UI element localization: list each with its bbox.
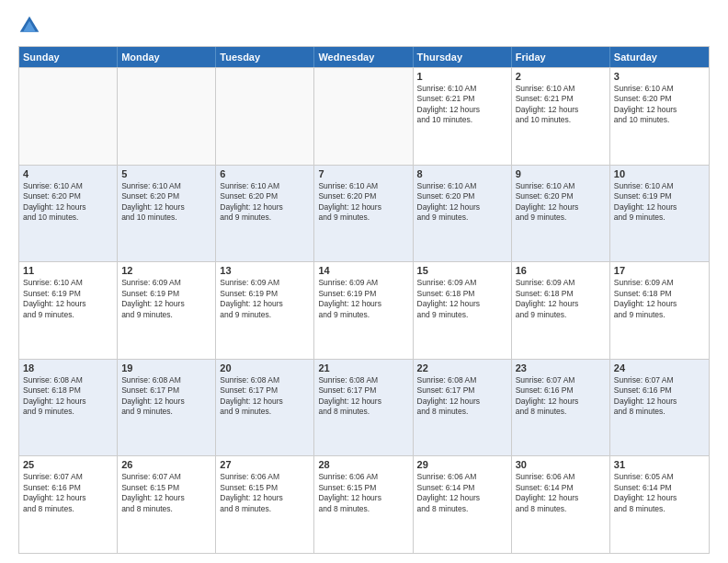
calendar-cell: 25Sunrise: 6:07 AM Sunset: 6:16 PM Dayli… bbox=[19, 456, 118, 553]
day-number: 7 bbox=[318, 168, 408, 179]
day-number: 13 bbox=[220, 265, 310, 276]
calendar-cell: 13Sunrise: 6:09 AM Sunset: 6:19 PM Dayli… bbox=[216, 262, 314, 359]
day-number: 8 bbox=[417, 168, 507, 179]
day-number: 4 bbox=[23, 168, 113, 179]
calendar-cell: 18Sunrise: 6:08 AM Sunset: 6:18 PM Dayli… bbox=[19, 360, 118, 456]
day-info: Sunrise: 6:08 AM Sunset: 6:17 PM Dayligh… bbox=[417, 375, 507, 418]
calendar: SundayMondayTuesdayWednesdayThursdayFrid… bbox=[18, 46, 710, 554]
day-number: 1 bbox=[417, 71, 507, 82]
day-info: Sunrise: 6:10 AM Sunset: 6:20 PM Dayligh… bbox=[23, 181, 113, 224]
day-number: 18 bbox=[23, 362, 113, 373]
day-number: 15 bbox=[417, 265, 507, 276]
calendar-cell: 17Sunrise: 6:09 AM Sunset: 6:18 PM Dayli… bbox=[610, 262, 709, 359]
day-info: Sunrise: 6:10 AM Sunset: 6:20 PM Dayligh… bbox=[220, 181, 310, 224]
day-info: Sunrise: 6:05 AM Sunset: 6:14 PM Dayligh… bbox=[614, 472, 705, 514]
day-info: Sunrise: 6:10 AM Sunset: 6:20 PM Dayligh… bbox=[417, 181, 507, 224]
calendar-cell: 12Sunrise: 6:09 AM Sunset: 6:19 PM Dayli… bbox=[118, 262, 216, 359]
day-info: Sunrise: 6:10 AM Sunset: 6:19 PM Dayligh… bbox=[614, 181, 705, 224]
calendar-cell: 11Sunrise: 6:10 AM Sunset: 6:19 PM Dayli… bbox=[19, 262, 118, 359]
logo bbox=[18, 15, 44, 37]
day-number: 10 bbox=[614, 168, 705, 179]
calendar-cell: 8Sunrise: 6:10 AM Sunset: 6:20 PM Daylig… bbox=[414, 166, 512, 262]
day-number: 29 bbox=[417, 459, 507, 470]
header bbox=[18, 15, 710, 37]
calendar-header-cell: Friday bbox=[512, 47, 610, 67]
calendar-cell: 10Sunrise: 6:10 AM Sunset: 6:19 PM Dayli… bbox=[610, 166, 709, 262]
day-info: Sunrise: 6:07 AM Sunset: 6:15 PM Dayligh… bbox=[121, 472, 211, 514]
day-number: 9 bbox=[516, 168, 606, 179]
day-number: 2 bbox=[516, 71, 606, 82]
page: SundayMondayTuesdayWednesdayThursdayFrid… bbox=[0, 0, 728, 563]
day-info: Sunrise: 6:07 AM Sunset: 6:16 PM Dayligh… bbox=[516, 375, 606, 418]
day-info: Sunrise: 6:08 AM Sunset: 6:17 PM Dayligh… bbox=[318, 375, 408, 418]
calendar-cell: 21Sunrise: 6:08 AM Sunset: 6:17 PM Dayli… bbox=[314, 360, 413, 456]
calendar-header-cell: Thursday bbox=[414, 47, 512, 67]
calendar-cell bbox=[216, 68, 314, 165]
calendar-cell: 23Sunrise: 6:07 AM Sunset: 6:16 PM Dayli… bbox=[512, 360, 610, 456]
day-info: Sunrise: 6:06 AM Sunset: 6:14 PM Dayligh… bbox=[417, 472, 507, 514]
calendar-cell: 15Sunrise: 6:09 AM Sunset: 6:18 PM Dayli… bbox=[414, 262, 512, 359]
day-info: Sunrise: 6:10 AM Sunset: 6:19 PM Dayligh… bbox=[23, 278, 113, 320]
day-number: 11 bbox=[23, 265, 113, 276]
calendar-cell: 19Sunrise: 6:08 AM Sunset: 6:17 PM Dayli… bbox=[118, 360, 216, 456]
calendar-cell bbox=[19, 68, 118, 165]
day-info: Sunrise: 6:09 AM Sunset: 6:18 PM Dayligh… bbox=[516, 278, 606, 320]
calendar-header-cell: Wednesday bbox=[314, 47, 413, 67]
day-info: Sunrise: 6:06 AM Sunset: 6:15 PM Dayligh… bbox=[220, 472, 310, 514]
day-number: 24 bbox=[614, 362, 705, 373]
calendar-cell: 7Sunrise: 6:10 AM Sunset: 6:20 PM Daylig… bbox=[314, 166, 413, 262]
calendar-cell: 6Sunrise: 6:10 AM Sunset: 6:20 PM Daylig… bbox=[216, 166, 314, 262]
calendar-cell: 20Sunrise: 6:08 AM Sunset: 6:17 PM Dayli… bbox=[216, 360, 314, 456]
day-number: 21 bbox=[318, 362, 408, 373]
calendar-cell: 2Sunrise: 6:10 AM Sunset: 6:21 PM Daylig… bbox=[512, 68, 610, 165]
calendar-header-cell: Sunday bbox=[19, 47, 118, 67]
day-number: 6 bbox=[220, 168, 310, 179]
day-number: 28 bbox=[318, 459, 408, 470]
day-info: Sunrise: 6:07 AM Sunset: 6:16 PM Dayligh… bbox=[614, 375, 705, 418]
day-info: Sunrise: 6:08 AM Sunset: 6:17 PM Dayligh… bbox=[220, 375, 310, 418]
day-info: Sunrise: 6:09 AM Sunset: 6:18 PM Dayligh… bbox=[417, 278, 507, 320]
day-number: 3 bbox=[614, 71, 705, 82]
day-number: 25 bbox=[23, 459, 113, 470]
day-number: 27 bbox=[220, 459, 310, 470]
calendar-header-cell: Monday bbox=[118, 47, 216, 67]
day-info: Sunrise: 6:06 AM Sunset: 6:14 PM Dayligh… bbox=[516, 472, 606, 514]
day-info: Sunrise: 6:06 AM Sunset: 6:15 PM Dayligh… bbox=[318, 472, 408, 514]
day-number: 31 bbox=[614, 459, 705, 470]
day-info: Sunrise: 6:09 AM Sunset: 6:18 PM Dayligh… bbox=[614, 278, 705, 320]
calendar-cell: 27Sunrise: 6:06 AM Sunset: 6:15 PM Dayli… bbox=[216, 456, 314, 553]
day-number: 23 bbox=[516, 362, 606, 373]
calendar-cell: 28Sunrise: 6:06 AM Sunset: 6:15 PM Dayli… bbox=[314, 456, 413, 553]
day-number: 19 bbox=[121, 362, 211, 373]
calendar-cell: 22Sunrise: 6:08 AM Sunset: 6:17 PM Dayli… bbox=[414, 360, 512, 456]
calendar-cell: 4Sunrise: 6:10 AM Sunset: 6:20 PM Daylig… bbox=[19, 166, 118, 262]
calendar-cell: 14Sunrise: 6:09 AM Sunset: 6:19 PM Dayli… bbox=[314, 262, 413, 359]
day-info: Sunrise: 6:07 AM Sunset: 6:16 PM Dayligh… bbox=[23, 472, 113, 514]
day-info: Sunrise: 6:10 AM Sunset: 6:20 PM Dayligh… bbox=[516, 181, 606, 224]
day-number: 26 bbox=[121, 459, 211, 470]
calendar-cell bbox=[118, 68, 216, 165]
day-info: Sunrise: 6:09 AM Sunset: 6:19 PM Dayligh… bbox=[220, 278, 310, 320]
calendar-cell: 24Sunrise: 6:07 AM Sunset: 6:16 PM Dayli… bbox=[610, 360, 709, 456]
day-info: Sunrise: 6:10 AM Sunset: 6:21 PM Dayligh… bbox=[417, 84, 507, 126]
calendar-cell: 16Sunrise: 6:09 AM Sunset: 6:18 PM Dayli… bbox=[512, 262, 610, 359]
day-info: Sunrise: 6:09 AM Sunset: 6:19 PM Dayligh… bbox=[121, 278, 211, 320]
day-number: 30 bbox=[516, 459, 606, 470]
day-number: 14 bbox=[318, 265, 408, 276]
calendar-cell: 26Sunrise: 6:07 AM Sunset: 6:15 PM Dayli… bbox=[118, 456, 216, 553]
day-info: Sunrise: 6:08 AM Sunset: 6:17 PM Dayligh… bbox=[121, 375, 211, 418]
day-info: Sunrise: 6:10 AM Sunset: 6:20 PM Dayligh… bbox=[614, 84, 705, 126]
day-number: 5 bbox=[121, 168, 211, 179]
calendar-row: 4Sunrise: 6:10 AM Sunset: 6:20 PM Daylig… bbox=[19, 165, 709, 262]
day-info: Sunrise: 6:08 AM Sunset: 6:18 PM Dayligh… bbox=[23, 375, 113, 418]
day-number: 22 bbox=[417, 362, 507, 373]
calendar-row: 18Sunrise: 6:08 AM Sunset: 6:18 PM Dayli… bbox=[19, 359, 709, 456]
calendar-cell bbox=[314, 68, 413, 165]
day-info: Sunrise: 6:10 AM Sunset: 6:20 PM Dayligh… bbox=[121, 181, 211, 224]
calendar-row: 1Sunrise: 6:10 AM Sunset: 6:21 PM Daylig… bbox=[19, 67, 709, 165]
day-info: Sunrise: 6:10 AM Sunset: 6:21 PM Dayligh… bbox=[516, 84, 606, 126]
calendar-header-cell: Saturday bbox=[610, 47, 709, 67]
logo-icon bbox=[18, 15, 40, 37]
calendar-cell: 31Sunrise: 6:05 AM Sunset: 6:14 PM Dayli… bbox=[610, 456, 709, 553]
calendar-header: SundayMondayTuesdayWednesdayThursdayFrid… bbox=[19, 47, 709, 67]
